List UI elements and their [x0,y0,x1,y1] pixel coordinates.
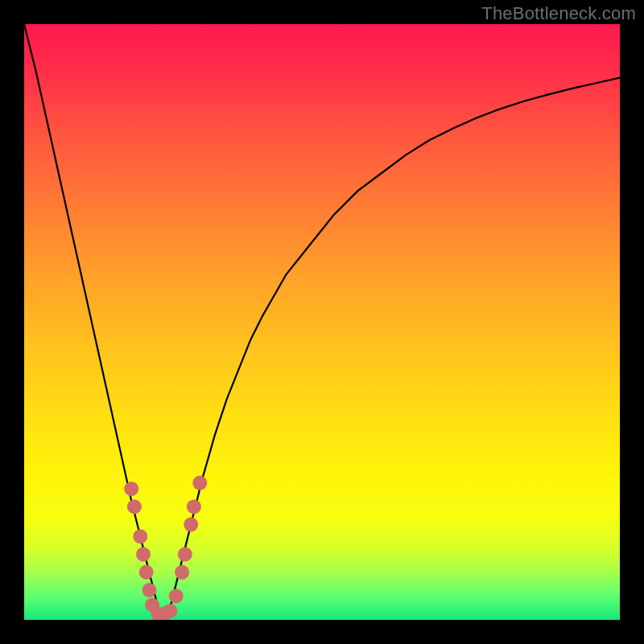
curve-marker [178,547,192,562]
curve-marker [136,547,151,562]
curve-marker [169,588,184,603]
chart-frame: TheBottleneck.com [0,0,644,644]
curve-marker [133,529,147,543]
curve-markers [124,476,207,620]
bottleneck-curve [24,24,620,620]
chart-svg [24,24,620,620]
curve-marker [124,481,138,496]
curve-marker [142,583,156,597]
curve-marker [139,565,154,580]
curve-marker [127,499,142,514]
curve-marker [187,499,201,514]
curve-marker [192,476,207,490]
curve-marker [163,604,177,618]
curve-marker [175,565,189,580]
watermark-text: TheBottleneck.com [481,3,636,24]
plot-area [24,24,620,620]
curve-marker [184,518,198,532]
